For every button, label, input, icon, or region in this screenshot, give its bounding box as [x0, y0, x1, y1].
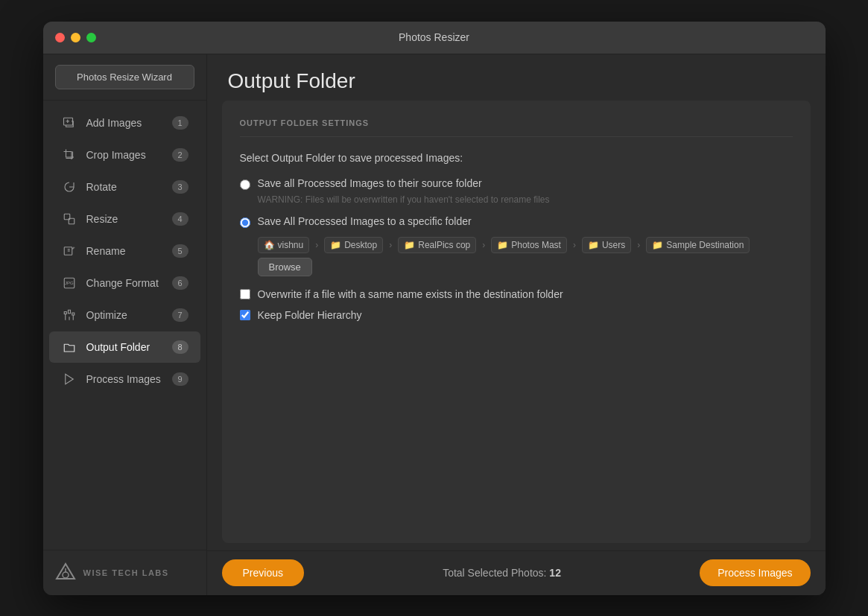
- panel-footer: Previous Total Selected Photos: 12 Proce…: [207, 550, 826, 595]
- radio-specific-option: Save All Processed Images to a specific …: [240, 215, 793, 228]
- right-panel: Output Folder OUTPUT FOLDER SETTINGS Sel…: [207, 54, 826, 595]
- checkbox-overwrite: Overwrite if a file with a same name exi…: [240, 288, 793, 300]
- process-icon: [61, 371, 77, 387]
- sidebar-item-output-folder[interactable]: Output Folder 8: [49, 331, 200, 363]
- folder-icon-users: 📁: [588, 240, 599, 250]
- wizard-button[interactable]: Photos Resize Wizard: [55, 65, 194, 89]
- hierarchy-label[interactable]: Keep Folder Hierarchy: [258, 309, 362, 321]
- rotate-icon: [61, 179, 77, 195]
- traffic-lights: [55, 33, 96, 42]
- sidebar-item-badge: 2: [172, 148, 189, 162]
- optimize-icon: [61, 307, 77, 323]
- path-segment-destination: 📁 Sample Destination: [646, 237, 750, 253]
- path-segment-label: Desktop: [344, 240, 377, 250]
- radio-specific-label[interactable]: Save All Processed Images to a specific …: [258, 215, 472, 227]
- sidebar-item-badge: 8: [172, 340, 189, 354]
- checkbox-hierarchy: Keep Folder Hierarchy: [240, 309, 793, 321]
- panel-header: Output Folder: [207, 54, 826, 101]
- resize-icon: [61, 211, 77, 227]
- close-button[interactable]: [55, 33, 65, 42]
- folder-icon: [61, 339, 77, 355]
- window-title: Photos Resizer: [399, 31, 469, 43]
- sidebar-item-badge: 9: [172, 372, 189, 386]
- sidebar-item-resize[interactable]: Resize 4: [49, 203, 200, 235]
- radio-source-input[interactable]: [240, 180, 250, 190]
- path-segment-realpics: 📁 RealPics cop: [398, 237, 476, 253]
- radio-source-label[interactable]: Save all Processed Images to their sourc…: [258, 177, 482, 189]
- maximize-button[interactable]: [86, 33, 96, 42]
- sidebar-item-label: Output Folder: [86, 341, 172, 353]
- brand-name: WISE TECH LABS: [83, 568, 169, 577]
- title-bar: Photos Resizer: [43, 22, 826, 54]
- path-segment-label: vishnu: [278, 240, 304, 250]
- add-images-icon: [61, 115, 77, 131]
- sidebar-item-crop-images[interactable]: Crop Images 2: [49, 139, 200, 171]
- page-title: Output Folder: [228, 69, 805, 93]
- folder-icon-desktop: 📁: [330, 240, 341, 250]
- path-segment-desktop: 📁 Desktop: [324, 237, 383, 253]
- sidebar-item-badge: 3: [172, 180, 189, 194]
- sidebar-item-change-format[interactable]: JPG Change Format 6: [49, 267, 200, 299]
- path-segment-label: Users: [602, 240, 625, 250]
- path-segment-label: Photos Mast: [511, 240, 561, 250]
- sidebar-nav: Add Images 1 Crop Images 2 Rotate: [43, 101, 206, 550]
- sidebar-footer: WISE TECH LABS: [43, 550, 206, 595]
- sidebar-item-label: Crop Images: [86, 149, 172, 161]
- sidebar-top: Photos Resize Wizard: [43, 54, 206, 101]
- folder-icon-photos: 📁: [497, 240, 508, 250]
- path-segment-label: Sample Destination: [666, 240, 744, 250]
- status-text: Total Selected Photos: 12: [443, 567, 561, 579]
- sidebar-item-rename[interactable]: Rename 5: [49, 235, 200, 267]
- sidebar-item-label: Add Images: [86, 117, 172, 129]
- sidebar-item-rotate[interactable]: Rotate 3: [49, 171, 200, 203]
- settings-card: OUTPUT FOLDER SETTINGS Select Output Fol…: [222, 101, 811, 543]
- sidebar-item-badge: 4: [172, 212, 189, 226]
- sidebar-item-optimize[interactable]: Optimize 7: [49, 299, 200, 331]
- sidebar: Photos Resize Wizard Add Images 1 Crop I…: [43, 54, 207, 595]
- minimize-button[interactable]: [71, 33, 80, 42]
- path-segment-label: RealPics cop: [418, 240, 470, 250]
- select-label: Select Output Folder to save processed I…: [240, 152, 793, 164]
- folder-icon-destination: 📁: [652, 240, 663, 250]
- crop-icon: [61, 147, 77, 163]
- status-count: 12: [549, 567, 561, 579]
- sidebar-item-badge: 5: [172, 244, 189, 258]
- path-segment-home: 🏠 vishnu: [258, 237, 310, 253]
- sidebar-item-label: Process Images: [86, 373, 172, 385]
- path-segment-users: 📁 Users: [582, 237, 631, 253]
- sidebar-item-badge: 6: [172, 276, 189, 290]
- previous-button[interactable]: Previous: [222, 559, 304, 586]
- home-icon: 🏠: [264, 240, 275, 250]
- brand-logo: [55, 562, 76, 583]
- app-window: Photos Resizer Photos Resize Wizard Add …: [43, 22, 826, 595]
- svg-point-18: [63, 572, 69, 578]
- path-row: 🏠 vishnu › 📁 Desktop › 📁 RealPics cop: [258, 237, 793, 276]
- radio-specific-input[interactable]: [240, 217, 250, 228]
- sidebar-item-label: Rotate: [86, 181, 172, 193]
- hierarchy-checkbox[interactable]: [240, 310, 250, 320]
- radio-source-warning: WARNING: Files will be overwritten if yo…: [258, 194, 793, 205]
- overwrite-label[interactable]: Overwrite if a file with a same name exi…: [258, 288, 563, 300]
- sidebar-item-label: Rename: [86, 245, 172, 257]
- sidebar-item-label: Change Format: [86, 277, 172, 289]
- path-segment-photos: 📁 Photos Mast: [491, 237, 567, 253]
- browse-button[interactable]: Browse: [258, 258, 312, 276]
- svg-text:JPG: JPG: [65, 281, 74, 285]
- sidebar-item-label: Resize: [86, 213, 172, 225]
- main-content: Photos Resize Wizard Add Images 1 Crop I…: [43, 54, 826, 595]
- process-images-button[interactable]: Process Images: [700, 559, 810, 586]
- sidebar-item-add-images[interactable]: Add Images 1: [49, 107, 200, 139]
- svg-marker-16: [65, 374, 73, 384]
- section-title: OUTPUT FOLDER SETTINGS: [240, 118, 793, 137]
- sidebar-item-process-images[interactable]: Process Images 9: [49, 363, 200, 395]
- sidebar-item-badge: 1: [172, 116, 189, 130]
- sidebar-item-label: Optimize: [86, 309, 172, 321]
- folder-icon-realpics: 📁: [404, 240, 415, 250]
- status-prefix: Total Selected Photos:: [443, 567, 549, 579]
- format-icon: JPG: [61, 275, 77, 291]
- panel-body: OUTPUT FOLDER SETTINGS Select Output Fol…: [207, 101, 826, 550]
- rename-icon: [61, 243, 77, 259]
- overwrite-checkbox[interactable]: [240, 289, 250, 299]
- sidebar-item-badge: 7: [172, 308, 189, 322]
- radio-source-option: Save all Processed Images to their sourc…: [240, 177, 793, 190]
